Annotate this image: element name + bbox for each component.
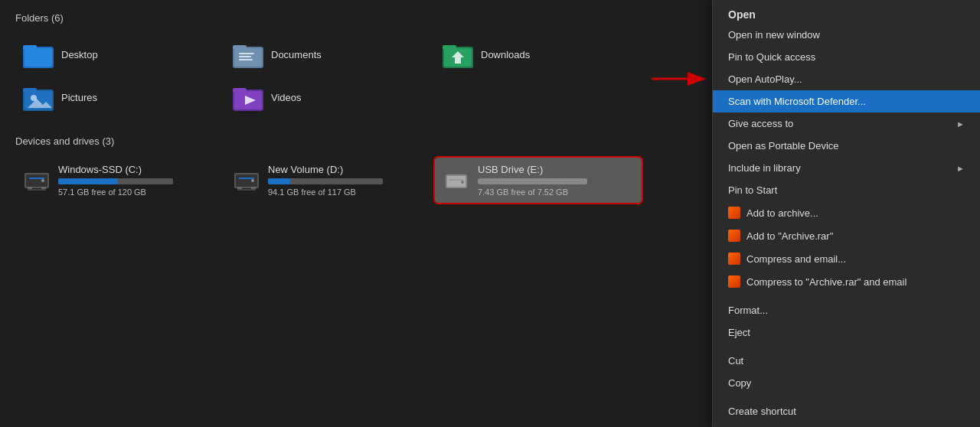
- menu-include-library-arrow: ►: [956, 164, 965, 173]
- folder-downloads-label: Downloads: [481, 49, 530, 60]
- svg-rect-8: [239, 59, 253, 60]
- menu-open-label: Open: [728, 8, 756, 21]
- drive-d-icon: [233, 167, 260, 194]
- menu-item-include-library[interactable]: Include in library ►: [713, 157, 980, 179]
- menu-item-open-autoplay[interactable]: Open AutoPlay...: [713, 68, 980, 90]
- svg-rect-33: [237, 189, 256, 191]
- menu-item-rename[interactable]: Rename: [713, 422, 980, 427]
- drives-header: Devices and drives (3): [15, 135, 689, 147]
- folder-documents-label: Documents: [271, 49, 322, 60]
- drive-c-name: Windows-SSD (C:): [58, 164, 173, 175]
- winrar-icon-4: [728, 275, 740, 288]
- menu-give-access-arrow: ►: [956, 119, 965, 129]
- folder-desktop[interactable]: Desktop: [15, 34, 222, 74]
- menu-item-cut[interactable]: Cut: [713, 350, 980, 372]
- menu-item-copy[interactable]: Copy: [713, 372, 980, 394]
- drive-e[interactable]: USB Drive (E:) 7.43 GB free of 7.52 GB: [435, 158, 642, 203]
- svg-point-39: [461, 181, 464, 184]
- svg-rect-6: [239, 53, 254, 54]
- drive-c-info: Windows-SSD (C:) 57.1 GB free of 120 GB: [58, 164, 173, 197]
- drive-e-free: 7.43 GB free of 7.52 GB: [478, 187, 593, 197]
- menu-item-add-archive-rar[interactable]: Add to "Archive.rar": [713, 224, 980, 247]
- drive-e-info: USB Drive (E:) 7.43 GB free of 7.52 GB: [478, 164, 593, 197]
- drive-d-bar-wrap: [268, 178, 383, 184]
- drive-c-bar-wrap: [58, 178, 173, 184]
- drive-d-bar: [268, 178, 290, 184]
- winrar-icon-1: [728, 207, 740, 219]
- drive-e-name: USB Drive (E:): [478, 164, 593, 175]
- svg-rect-34: [239, 178, 254, 179]
- folder-videos[interactable]: Videos: [225, 77, 432, 117]
- folder-pictures-icon: [23, 83, 54, 111]
- menu-include-library-label: Include in library: [728, 162, 801, 174]
- folder-videos-label: Videos: [271, 92, 302, 103]
- folder-pictures-label: Pictures: [61, 92, 97, 103]
- menu-open-new-window-label: Open in new window: [728, 29, 820, 41]
- menu-item-pin-start[interactable]: Pin to Start: [713, 179, 980, 201]
- menu-item-format[interactable]: Format...: [713, 299, 980, 321]
- menu-add-archive-label: Add to archive...: [746, 207, 818, 219]
- svg-rect-38: [449, 179, 464, 181]
- drive-d-name: New Volume (D:): [268, 164, 383, 175]
- menu-item-give-access[interactable]: Give access to ►: [713, 112, 980, 135]
- svg-rect-2: [24, 48, 52, 67]
- svg-point-35: [251, 179, 254, 182]
- menu-item-eject[interactable]: Eject: [713, 321, 980, 344]
- folder-pictures[interactable]: Pictures: [15, 77, 222, 117]
- folders-header: Folders (6): [15, 12, 689, 24]
- menu-item-compress-rar-email[interactable]: Compress to "Archive.rar" and email: [713, 270, 980, 293]
- menu-scan-defender-label: Scan with Microsoft Defender...: [728, 96, 866, 107]
- menu-item-open[interactable]: Open: [713, 3, 980, 24]
- menu-cut-label: Cut: [728, 355, 743, 367]
- folder-documents[interactable]: Documents: [225, 34, 432, 74]
- menu-item-add-archive[interactable]: Add to archive...: [713, 201, 980, 224]
- svg-rect-26: [28, 189, 46, 191]
- drive-d[interactable]: New Volume (D:) 94.1 GB free of 117 GB: [225, 158, 432, 203]
- menu-create-shortcut-label: Create shortcut: [728, 406, 796, 417]
- folder-documents-icon: [233, 41, 263, 68]
- folder-downloads-icon: [443, 41, 473, 68]
- drive-e-bar-wrap: [478, 178, 593, 184]
- menu-copy-label: Copy: [728, 377, 751, 389]
- menu-item-open-new-window[interactable]: Open in new window: [713, 24, 980, 46]
- menu-open-portable-label: Open as Portable Device: [728, 140, 839, 152]
- winrar-icon-3: [728, 253, 740, 265]
- winrar-icon-2: [728, 230, 740, 242]
- drive-d-free: 94.1 GB free of 117 GB: [268, 187, 383, 197]
- drive-c[interactable]: Windows-SSD (C:) 57.1 GB free of 120 GB: [15, 158, 222, 203]
- menu-item-create-shortcut[interactable]: Create shortcut: [713, 400, 980, 422]
- folder-desktop-icon: [23, 41, 54, 68]
- menu-open-autoplay-label: Open AutoPlay...: [728, 73, 802, 85]
- menu-give-access-label: Give access to: [728, 118, 793, 129]
- svg-rect-27: [29, 178, 44, 179]
- menu-item-open-portable[interactable]: Open as Portable Device: [713, 135, 980, 157]
- menu-item-compress-email[interactable]: Compress and email...: [713, 247, 980, 270]
- drive-c-icon: [23, 167, 51, 194]
- menu-pin-quick-label: Pin to Quick access: [728, 51, 815, 63]
- menu-item-pin-quick[interactable]: Pin to Quick access: [713, 46, 980, 68]
- folder-desktop-label: Desktop: [61, 49, 98, 60]
- drives-grid: Windows-SSD (C:) 57.1 GB free of 120 GB …: [15, 158, 689, 203]
- menu-format-label: Format...: [728, 305, 768, 316]
- drive-e-bar: [478, 178, 587, 184]
- drive-e-icon: [443, 167, 470, 194]
- menu-compress-email-label: Compress and email...: [746, 253, 846, 265]
- folder-videos-icon: [233, 83, 263, 111]
- folders-grid: Desktop Documents Downloads: [15, 34, 689, 117]
- context-menu: Open Open in new window Pin to Quick acc…: [712, 0, 980, 427]
- menu-item-scan-defender[interactable]: Scan with Microsoft Defender...: [713, 90, 980, 112]
- explorer-panel: Folders (6) Desktop Documents: [0, 0, 704, 427]
- svg-point-28: [41, 179, 44, 182]
- menu-compress-rar-email-label: Compress to "Archive.rar" and email: [746, 276, 906, 288]
- drive-c-free: 57.1 GB free of 120 GB: [58, 187, 173, 197]
- folder-downloads[interactable]: Downloads: [435, 34, 642, 74]
- menu-pin-start-label: Pin to Start: [728, 184, 777, 196]
- svg-rect-7: [239, 56, 251, 57]
- menu-add-archive-rar-label: Add to "Archive.rar": [746, 230, 833, 242]
- drive-c-bar: [58, 178, 118, 184]
- drive-d-info: New Volume (D:) 94.1 GB free of 117 GB: [268, 164, 383, 197]
- menu-eject-label: Eject: [728, 327, 750, 338]
